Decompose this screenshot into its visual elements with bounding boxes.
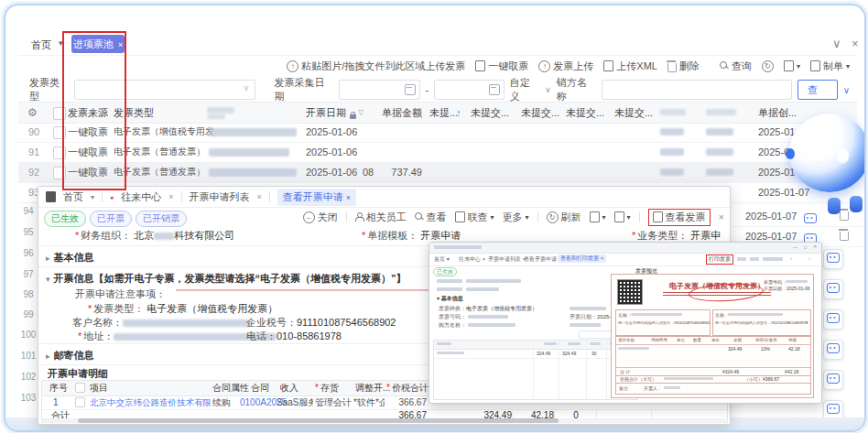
overlay-tab-home[interactable]: 首页 ▾ <box>434 255 450 264</box>
gear-icon[interactable]: ⚙ <box>27 103 42 123</box>
dcell-project-link[interactable]: 北京中交京纬公路造价技术有限公司 <box>90 395 211 409</box>
row-checkbox[interactable] <box>53 167 66 179</box>
invoice-type-label: 发票类型 <box>29 76 69 103</box>
seller-name-label: 销方名称 <box>557 76 596 103</box>
date-from-input[interactable] <box>339 80 419 100</box>
tab-close-icon[interactable]: × <box>346 193 351 202</box>
col-ns0[interactable]: 未提... <box>429 103 458 123</box>
date-to-input[interactable] <box>434 80 505 100</box>
col-ns1[interactable]: 未提交... <box>471 103 509 123</box>
filter-funnel-icon[interactable]: ▽ <box>358 103 363 123</box>
minimize-icon[interactable]: ∨ <box>832 37 841 50</box>
scrollbar-thumb[interactable] <box>78 418 559 423</box>
tab-input-invoice-pool[interactable]: 进项票池 × <box>71 35 125 53</box>
tab-close-icon[interactable]: × <box>118 40 123 49</box>
items-row: 324.49 13% 42.18 <box>616 345 810 352</box>
upload-xml-button[interactable]: 上传XML <box>603 60 657 73</box>
invoice-type-select[interactable]: ∨ <box>74 80 255 100</box>
collapse-filters-icon[interactable]: ∨ <box>843 85 850 95</box>
dialog-tab-home[interactable]: 首页 <box>63 190 83 204</box>
toolbar-close-icon[interactable]: × <box>719 211 724 222</box>
row-action-robot-button[interactable] <box>823 279 843 299</box>
row-action-robot-button[interactable] <box>823 370 843 390</box>
col-amount[interactable]: 单据金额 <box>372 103 422 123</box>
col-issue-date[interactable]: 开票日期 <box>306 103 346 123</box>
column-settings-button[interactable]: ▾ <box>784 60 800 71</box>
refresh-button[interactable]: ↻ <box>762 60 774 72</box>
custom-range-dropdown[interactable]: 自定义 <box>510 76 539 103</box>
overlay-tab-view[interactable]: 查看开票申请 × <box>524 255 561 264</box>
related-staff-button[interactable]: 相关员工 <box>355 211 407 224</box>
detail-row-checkbox[interactable] <box>75 397 85 407</box>
close-icon[interactable]: × <box>813 244 817 249</box>
toolbar-icon[interactable] <box>763 257 783 261</box>
export-button[interactable]: ▾ <box>590 211 606 222</box>
trash-icon[interactable] <box>840 232 849 241</box>
tab-close-icon[interactable]: × <box>257 192 262 201</box>
caret-down-icon[interactable]: ▾ <box>91 193 94 201</box>
row-action-robot-button[interactable] <box>823 340 843 360</box>
table-row[interactable]: 91 一键取票 电子发票（普通发票） 2025-01-06 2025-01-07 <box>18 142 857 163</box>
pager-next-icon[interactable]: › <box>808 255 810 261</box>
col-ns2[interactable]: 未提交... <box>521 103 559 123</box>
tab-home[interactable]: 首页 <box>31 38 51 52</box>
detail-select-all[interactable] <box>75 383 85 393</box>
paste-upload-label: 粘贴图片/拖拽文件到此区域上传发票 <box>301 60 465 73</box>
sort-asc-icon[interactable]: ↑ <box>456 103 461 123</box>
dialog-tab-list[interactable]: 开票申请列表 <box>190 190 250 204</box>
overlay-tab-list[interactable]: 开票申请列表 × <box>488 255 526 264</box>
toolbar-icon[interactable] <box>750 257 759 261</box>
overlay-section-basic[interactable]: ▾ 基本信息 <box>437 295 463 303</box>
col-source[interactable]: 发票来源 <box>68 103 108 123</box>
table-row-selected[interactable]: 92 一键取票 电子发票（普通发票） 2025-01-06 08 737.49 … <box>18 162 857 183</box>
query-button[interactable]: 查询 <box>720 60 752 73</box>
caret-down-icon: ▾ <box>447 256 450 262</box>
robot-foot-right <box>850 196 863 212</box>
search-button[interactable]: 查询 <box>797 80 838 100</box>
horizontal-scrollbar[interactable] <box>41 418 726 423</box>
more-button[interactable]: 更多▾ <box>503 211 529 224</box>
dialog-refresh-button[interactable]: ↻刷新 <box>547 211 581 224</box>
field-phone: 电话：010-85861978 <box>246 330 342 343</box>
row-checkbox[interactable] <box>53 126 66 139</box>
one-click-fetch-button[interactable]: 一键取票 <box>475 60 528 73</box>
make-doc-button[interactable]: 制单▾ <box>810 60 850 73</box>
col-ns3[interactable]: 未提交... <box>566 103 604 123</box>
print-invoice-button[interactable]: 打印发票 <box>706 254 733 265</box>
table-row[interactable]: 90 一键取票 电子发票（增值税专用发票） 2025-01-06 2025-01… <box>18 122 857 143</box>
pager-prev-icon[interactable]: ‹ <box>790 255 792 261</box>
toolbar-icon[interactable] <box>737 257 746 261</box>
delete-button[interactable]: 删除 <box>667 60 700 73</box>
dialog-tab-active[interactable]: 查看开票申请 × <box>277 189 356 206</box>
dialog-tab-center[interactable]: 往来中心 <box>121 190 161 204</box>
row-action-robot-button[interactable] <box>823 249 843 269</box>
view-button[interactable]: 查看 <box>415 211 447 224</box>
row-checkbox[interactable] <box>53 146 66 159</box>
paste-upload-button[interactable]: ↑粘贴图片/拖拽文件到此区域上传发票 <box>287 60 465 73</box>
seller-name-input[interactable] <box>602 80 792 100</box>
seller-taxid-line: 统一社会信用代码/纳税人识别号：91121013MC04H397B <box>715 320 808 325</box>
home-caret-icon[interactable]: ▾ <box>59 38 63 48</box>
overlay-tab-active[interactable]: 查看和打印发票 × <box>558 254 606 263</box>
print-button[interactable]: ▾ <box>614 211 631 222</box>
doc-icon <box>455 211 465 222</box>
maximize-icon[interactable]: □ <box>804 244 807 250</box>
caret-down-icon: ▾ <box>526 213 529 222</box>
dialog-close-button[interactable]: –关闭 <box>303 211 338 224</box>
close-circle-icon: – <box>303 211 315 223</box>
view-invoice-button[interactable]: 查看发票 <box>648 209 711 226</box>
col-type[interactable]: 发票类型 <box>114 103 154 123</box>
col-ns4[interactable]: 未提交... <box>614 103 653 123</box>
buyer-taxid-line: 统一社会信用代码/纳税人识别号：911101087546568902 <box>618 320 711 325</box>
tab-close-icon[interactable]: × <box>168 192 173 201</box>
minimize-icon[interactable]: — <box>793 244 797 250</box>
row-action-robot-button[interactable] <box>823 309 843 330</box>
redacted-column-header <box>207 107 234 114</box>
robot-mascot[interactable] <box>789 114 866 229</box>
link-query-button[interactable]: 联查▾ <box>455 211 494 224</box>
close-icon[interactable]: × <box>852 37 859 50</box>
select-all-checkbox[interactable] <box>53 107 66 120</box>
caret-down-icon: ▾ <box>602 213 606 222</box>
overlay-tab-center[interactable]: 往来中心 × <box>459 255 485 264</box>
invoice-upload-button[interactable]: ↑发票上传 <box>538 60 593 73</box>
